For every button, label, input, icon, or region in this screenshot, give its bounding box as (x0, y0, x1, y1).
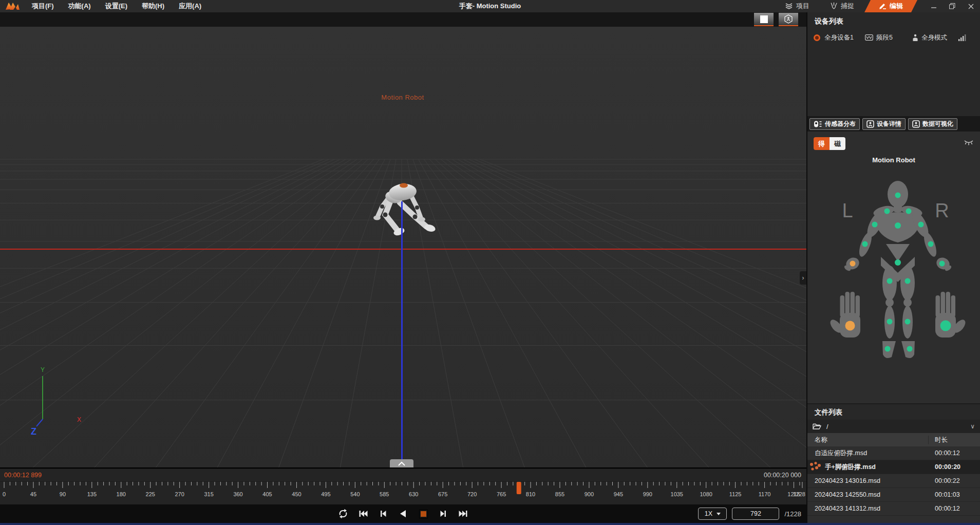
model-name: Motion Robot (807, 156, 980, 164)
data-visualization-icon (912, 120, 920, 128)
main-area: Motion Robot (0, 12, 980, 523)
file-path-row[interactable]: / ∨ (807, 420, 980, 433)
mode-tab-2[interactable]: 编辑 (864, 0, 917, 12)
sensor-dot-pelvis[interactable] (895, 259, 901, 266)
timeline-ruler[interactable]: 0459013518022527031536040545049554058563… (0, 481, 806, 505)
sensor-dot-left-upper-arm[interactable] (872, 222, 878, 228)
minimize-button[interactable] (925, 0, 943, 12)
file-name: 20240423 143016.msd (815, 477, 880, 484)
signal-bars-icon (958, 34, 966, 41)
menu-item-2[interactable]: 设置(E) (98, 0, 135, 12)
menu-item-1[interactable]: 功能(A) (61, 0, 98, 12)
right-panel: 设备列表 全身设备1 频段5 全身模式 (806, 12, 980, 523)
app-window: 项目(F)功能(A)设置(E)帮助(H)应用(A) 手套- Motion Stu… (0, 0, 980, 525)
sensor-dot-head[interactable] (895, 193, 901, 198)
skip-to-start-icon (358, 509, 368, 519)
right-glove (935, 292, 968, 338)
playhead[interactable] (517, 482, 521, 494)
panel-tab-1[interactable]: 设备详情 (862, 118, 906, 130)
current-time: 00:00:12 899 (4, 472, 42, 479)
playback-speed-select[interactable]: 1X (698, 508, 727, 520)
axis-gizmo: Y X Z (20, 362, 86, 441)
chevron-up-icon (398, 461, 406, 466)
robot-model (360, 177, 452, 243)
viewport-column: Motion Robot (0, 12, 806, 523)
timeline-expand-button[interactable] (390, 459, 413, 467)
skip-to-end-button[interactable] (457, 508, 469, 520)
frame-number-input[interactable] (732, 508, 779, 520)
loop-button[interactable] (337, 508, 349, 520)
panel-expand-handle[interactable]: › (800, 271, 806, 285)
ground-grid (0, 27, 806, 468)
layers-icon (785, 2, 793, 11)
cube-view-button[interactable] (779, 13, 798, 26)
sensor-dot-left-forearm[interactable] (862, 241, 868, 247)
svg-text:585: 585 (380, 491, 389, 497)
status-strip (0, 523, 980, 525)
panel-tab-label: 设备详情 (877, 120, 901, 128)
skip-to-start-button[interactable] (357, 508, 369, 520)
svg-text:45: 45 (30, 491, 36, 497)
file-row[interactable]: 20240423 142550.msd00:01:03 (807, 488, 980, 502)
sensor-dot-right-shin[interactable] (905, 319, 911, 325)
mode-tab-label: 编辑 (890, 2, 903, 11)
menu-item-0[interactable]: 项目(F) (25, 0, 61, 12)
sensor-dot-right-shoulder[interactable] (906, 209, 912, 214)
plane-view-button[interactable] (754, 13, 774, 26)
sensor-dot-left-shin[interactable] (887, 319, 893, 325)
svg-text:450: 450 (292, 491, 301, 497)
svg-text:495: 495 (321, 491, 330, 497)
menu-item-3[interactable]: 帮助(H) (135, 0, 172, 12)
sensor-dot-right-upper-arm[interactable] (918, 222, 924, 228)
sensor-distribution-icon (814, 120, 822, 128)
file-row[interactable]: 自适应俯卧撑.msd00:00:12 (807, 446, 980, 460)
sensor-dot-right-foot[interactable] (907, 346, 913, 352)
device-row[interactable]: 全身设备1 频段5 全身模式 (807, 30, 980, 45)
scene-label: Motion Robot (361, 93, 445, 101)
sensor-dot-left-palm[interactable] (845, 321, 855, 331)
mode-tab-0[interactable]: 项目 (775, 0, 820, 12)
stop-button[interactable] (417, 508, 429, 520)
next-frame-button[interactable] (437, 508, 449, 520)
panel-tab-2[interactable]: 数据可视化 (908, 118, 957, 130)
svg-text:1228: 1228 (793, 491, 805, 497)
play-backward-icon (398, 509, 408, 519)
svg-text:90: 90 (60, 491, 66, 497)
toggle-option-right[interactable]: 磁 (830, 137, 845, 150)
sensor-distribution-panel: 得 磁 Motion Robot (807, 132, 980, 403)
cube-person-icon (783, 14, 794, 24)
file-row[interactable]: 20240423 141312.msd00:00:12 (807, 502, 980, 516)
sensor-dot-right-hand[interactable] (939, 261, 945, 267)
file-duration: 00:00:22 (929, 477, 960, 484)
panel-tab-0[interactable]: 传感器分布 (809, 118, 860, 130)
mode-tab-1[interactable]: 捕捉 (820, 0, 864, 12)
close-button[interactable] (962, 0, 980, 12)
sensor-dot-left-foot[interactable] (885, 346, 891, 352)
file-row[interactable]: 20240423 143016.msd00:00:22 (807, 474, 980, 488)
toggle-option-left[interactable]: 得 (814, 137, 830, 150)
play-backward-button[interactable] (397, 508, 409, 520)
menu-item-4[interactable]: 应用(A) (172, 0, 209, 12)
sensor-dot-left-thigh[interactable] (887, 278, 893, 284)
file-table-header: 名称 时长 (807, 433, 980, 446)
viewport-3d[interactable]: Motion Robot (0, 27, 806, 468)
file-duration: 00:01:03 (929, 491, 960, 498)
maximize-button[interactable] (943, 0, 962, 12)
sensor-dot-left-shoulder[interactable] (884, 209, 890, 214)
file-row[interactable]: 手+脚俯卧撑.msd00:00:20 (807, 460, 980, 474)
svg-text:1125: 1125 (729, 491, 742, 497)
svg-text:630: 630 (409, 491, 418, 497)
sensor-dot-right-thigh[interactable] (905, 278, 911, 284)
hide-view-button[interactable] (964, 139, 974, 148)
current-path: / (826, 423, 828, 430)
mode-tab-bar: 项目捕捉编辑 (775, 0, 917, 12)
sensor-dot-chest[interactable] (895, 222, 901, 229)
device-band: 频段5 (876, 33, 893, 42)
chevron-down-icon[interactable]: ∨ (970, 423, 975, 430)
body-sensor-map[interactable]: L R (807, 166, 980, 387)
left-glove (828, 292, 860, 338)
sensor-dot-right-forearm[interactable] (928, 241, 934, 247)
sensor-dot-right-palm[interactable] (940, 321, 951, 331)
sensor-dot-left-hand[interactable] (850, 261, 856, 267)
previous-frame-button[interactable] (377, 508, 389, 520)
